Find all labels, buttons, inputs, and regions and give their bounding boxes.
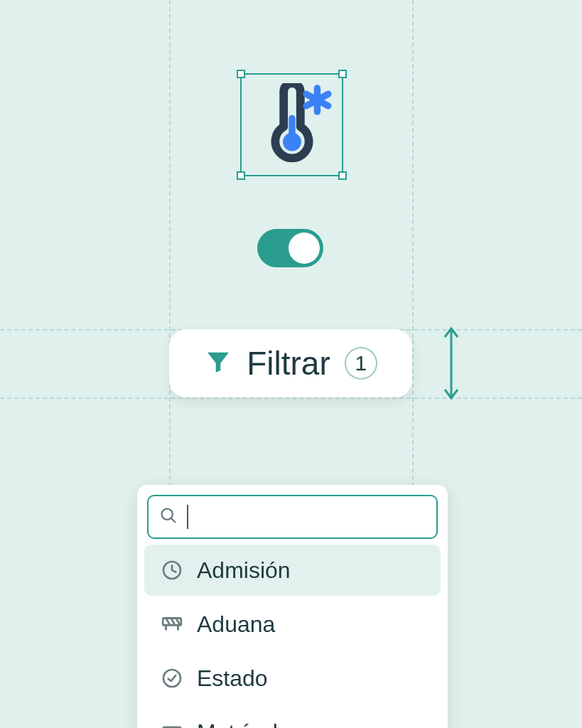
check-circle-icon	[160, 666, 184, 690]
thermometer-cold-icon	[242, 75, 342, 175]
filter-count-badge: 1	[345, 347, 377, 380]
svg-point-15	[163, 670, 180, 687]
dropdown-option-label: Estado	[197, 665, 268, 692]
svg-line-11	[171, 619, 176, 626]
search-icon	[158, 505, 178, 528]
barrier-icon	[160, 612, 184, 636]
filter-dropdown: Admisión Aduana Estado Matrícula	[137, 485, 448, 728]
toggle-knob	[289, 232, 320, 264]
svg-line-10	[166, 619, 171, 626]
dropdown-option-label: Aduana	[197, 611, 275, 638]
svg-rect-1	[289, 114, 295, 139]
filter-button[interactable]: Filtrar 1	[169, 329, 412, 397]
height-measure-arrow	[441, 324, 462, 402]
dropdown-option-aduana[interactable]: Aduana	[144, 599, 441, 650]
filter-button-label: Filtrar	[247, 344, 330, 382]
dropdown-search-input[interactable]	[147, 495, 438, 539]
toggle-switch[interactable]	[257, 229, 323, 267]
dropdown-option-label: Admisión	[197, 557, 291, 584]
text-cursor	[187, 505, 188, 529]
guide-horizontal-bottom	[0, 397, 582, 399]
filter-icon	[204, 348, 232, 379]
dropdown-option-admision[interactable]: Admisión	[144, 545, 441, 596]
dropdown-option-matricula[interactable]: Matrícula	[144, 707, 441, 728]
icon-selection-box[interactable]	[240, 73, 343, 176]
filter-count-value: 1	[355, 351, 367, 375]
dropdown-option-label: Matrícula	[197, 719, 291, 729]
svg-line-12	[176, 619, 180, 626]
license-plate-icon	[160, 720, 184, 728]
clock-icon	[160, 558, 184, 582]
dropdown-option-estado[interactable]: Estado	[144, 653, 441, 704]
svg-line-7	[171, 518, 176, 523]
